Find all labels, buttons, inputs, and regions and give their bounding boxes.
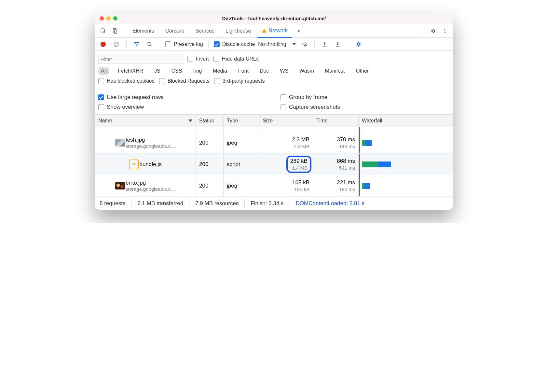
hide-data-urls-checkbox[interactable]: Hide data URLs [213, 56, 259, 62]
size-highlight: 269 kB 1.4 MB [286, 156, 311, 173]
throttling-select[interactable]: No throttling [258, 41, 296, 47]
upload-har-icon[interactable] [320, 39, 330, 49]
requests-table-body: fesh.jpg storage.googleapis.c… 200 jpeg … [95, 127, 453, 197]
time-total: 868 ms [337, 158, 355, 164]
blocked-requests-label: Blocked Requests [168, 78, 210, 84]
device-toggle-icon[interactable] [110, 26, 120, 36]
inspect-element-icon[interactable] [98, 26, 108, 36]
tab-sources[interactable]: Sources [191, 24, 219, 38]
show-overview-checkbox[interactable]: Show overview [98, 104, 267, 110]
search-icon[interactable] [145, 39, 155, 49]
clear-button[interactable] [111, 39, 121, 49]
col-size[interactable]: Size [259, 115, 313, 127]
invert-label: Invert [196, 56, 209, 62]
panel-tabs: Elements Console Sources Lighthouse Netw… [95, 24, 453, 38]
col-waterfall[interactable]: Waterfall [359, 115, 453, 127]
type-filter-wasm[interactable]: Wasm [297, 67, 317, 75]
settings-icon[interactable] [428, 26, 438, 36]
file-thumbnail [115, 182, 125, 189]
request-domain: storage.googleapis.c… [126, 143, 175, 149]
close-window-button[interactable] [100, 16, 104, 21]
type-filter-manifest[interactable]: Manifest [322, 67, 347, 75]
type-filter-other[interactable]: Other [353, 67, 371, 75]
status-code: 200 [199, 140, 208, 146]
group-by-frame-checkbox[interactable]: Group by frame [281, 94, 450, 101]
col-time[interactable]: Time [313, 115, 359, 127]
warning-icon [262, 29, 267, 33]
tab-elements[interactable]: Elements [128, 24, 159, 38]
tab-console[interactable]: Console [161, 24, 189, 38]
request-domain: storage.googleapis.c… [126, 186, 175, 192]
network-settings-icon[interactable] [353, 39, 363, 49]
size-transferred: 2.3 MB [292, 136, 309, 143]
maximize-window-button[interactable] [113, 16, 117, 21]
third-party-checkbox[interactable]: 3rd-party requests [214, 78, 265, 84]
size-resource: 2.3 MB [294, 144, 309, 149]
minimize-window-button[interactable] [106, 16, 111, 21]
display-options: Use large request rows Group by frame Sh… [95, 90, 453, 115]
request-name: bundle.js [139, 161, 161, 168]
resources-size: 7.9 MB resources [189, 199, 245, 208]
window-title: DevTools - foul-heavenly-direction.glitc… [95, 16, 453, 21]
file-thumbnail [115, 139, 125, 147]
request-name: fesh.jpg [126, 137, 175, 143]
time-total: 370 ms [337, 136, 355, 143]
type-filter-js[interactable]: JS [152, 67, 163, 75]
table-row[interactable]: brrto.jpg storage.googleapis.c… 200 jpeg… [95, 175, 453, 197]
network-conditions-icon[interactable] [299, 39, 309, 49]
preserve-log-label: Preserve log [174, 41, 203, 47]
throttling-value: No throttling [258, 41, 286, 47]
status-bar: 8 requests 6.1 MB transferred 7.9 MB res… [95, 197, 453, 210]
col-name[interactable]: Name [95, 115, 196, 127]
type-filter-doc[interactable]: Doc [257, 67, 271, 75]
time-latency: 541 ms [339, 165, 355, 171]
invert-checkbox[interactable]: Invert [187, 56, 209, 62]
preserve-log-checkbox[interactable]: Preserve log [165, 41, 203, 47]
dom-content-loaded: DOMContentLoaded: 2.81 s [290, 199, 371, 208]
tab-network-label: Network [268, 28, 288, 34]
table-row[interactable]: bundle.js 200 script 269 kB 1.4 MB 868 m… [95, 154, 453, 175]
download-har-icon[interactable] [333, 39, 343, 49]
resource-type: script [227, 161, 240, 168]
requests-table-header: Name Status Type Size Time Waterfall [95, 115, 453, 127]
size-transferred: 165 kB [292, 179, 309, 186]
type-filter-all[interactable]: All [98, 67, 109, 75]
type-filter-img[interactable]: Img [191, 67, 205, 75]
use-large-rows-checkbox[interactable]: Use large request rows [98, 94, 267, 101]
size-transferred: 269 kB [290, 158, 308, 164]
third-party-label: 3rd-party requests [223, 78, 265, 84]
svg-point-3 [445, 29, 445, 30]
type-filter-fetch[interactable]: Fetch/XHR [115, 67, 146, 75]
time-total: 221 ms [337, 179, 355, 186]
table-row[interactable]: fesh.jpg storage.googleapis.c… 200 jpeg … [95, 132, 453, 154]
chevron-down-icon [292, 43, 296, 45]
resource-type: jpeg [227, 183, 237, 189]
request-name: brrto.jpg [126, 180, 175, 186]
type-filter-ws[interactable]: WS [277, 67, 291, 75]
hide-data-urls-label: Hide data URLs [222, 56, 259, 62]
titlebar: DevTools - foul-heavenly-direction.glitc… [95, 13, 453, 24]
tab-lighthouse[interactable]: Lighthouse [221, 24, 255, 38]
filter-input[interactable] [98, 54, 183, 64]
svg-point-8 [304, 45, 304, 46]
has-blocked-cookies-checkbox[interactable]: Has blocked cookies [98, 78, 155, 84]
col-status[interactable]: Status [196, 115, 224, 127]
capture-screenshots-checkbox[interactable]: Capture screenshots [281, 104, 450, 110]
more-tabs-icon[interactable]: » [294, 26, 304, 36]
type-filter-css[interactable]: CSS [169, 67, 185, 75]
network-toolbar: Preserve log Disable cache No throttling [95, 38, 453, 51]
group-by-frame-label: Group by frame [289, 94, 327, 101]
type-filter-media[interactable]: Media [210, 67, 230, 75]
show-overview-label: Show overview [107, 104, 144, 110]
tab-network[interactable]: Network [257, 24, 292, 38]
kebab-menu-icon[interactable] [440, 26, 450, 36]
time-latency: 140 ms [339, 144, 355, 149]
col-type[interactable]: Type [224, 115, 259, 127]
resource-type: jpeg [227, 140, 237, 146]
filter-toggle-icon[interactable] [132, 39, 142, 49]
blocked-requests-checkbox[interactable]: Blocked Requests [159, 78, 210, 84]
transferred-size: 6.1 MB transferred [131, 199, 189, 208]
disable-cache-checkbox[interactable]: Disable cache [214, 41, 255, 47]
type-filter-font[interactable]: Font [236, 67, 251, 75]
record-button[interactable] [98, 39, 108, 49]
